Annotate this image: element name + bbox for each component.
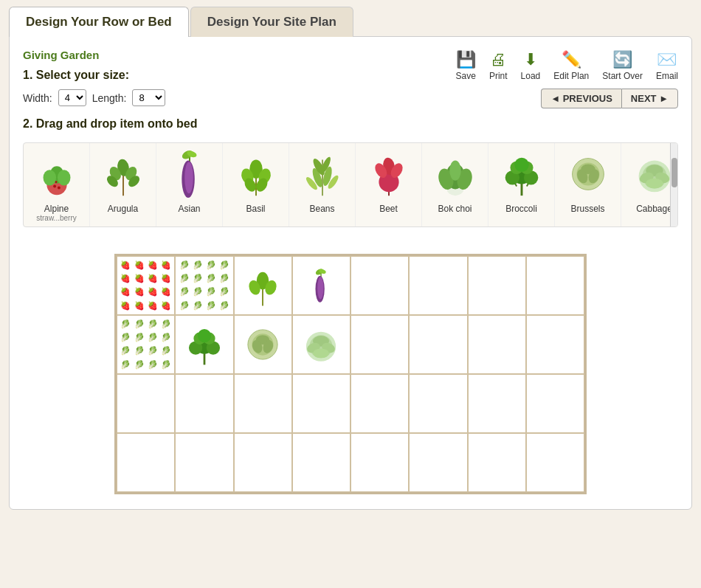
grid-cell-1-1[interactable] (175, 315, 233, 374)
grid-cell-0-5[interactable] (409, 256, 467, 315)
plant-item-broccoli[interactable]: Broccoli (488, 143, 555, 226)
plant-item-beet[interactable]: Beet (356, 143, 422, 226)
grid-cell-3-3[interactable] (292, 433, 350, 492)
grid-cell-1-0[interactable]: 🥬🥬🥬🥬 🥬🥬🥬🥬 🥬🥬🥬🥬 🥬🥬🥬🥬 (117, 315, 175, 374)
email-button[interactable]: ✉️ Email (656, 52, 678, 81)
grid-cell-0-7[interactable] (526, 256, 584, 315)
grid-cell-2-1[interactable] (175, 374, 233, 433)
grid-cell-1-6[interactable] (468, 315, 526, 374)
size-section-title: 1. Select your size: (23, 69, 215, 82)
tab-row-bed[interactable]: Design Your Row or Bed (9, 7, 189, 37)
plant-item-basil[interactable]: Basil (223, 143, 289, 226)
svg-point-49 (514, 157, 528, 171)
next-button[interactable]: NEXT ► (621, 89, 678, 108)
svg-point-97 (313, 348, 329, 358)
load-label: Load (521, 71, 541, 81)
grid-cell-3-2[interactable] (234, 433, 292, 492)
load-icon: ⬇ (524, 52, 537, 68)
grid-cell-0-6[interactable] (468, 256, 526, 315)
edit-plan-button[interactable]: ✏️ Edit Plan (553, 52, 589, 81)
tab-site-plan[interactable]: Design Your Site Plan (190, 7, 353, 37)
grid-cell-1-7[interactable] (526, 315, 584, 374)
grid-cell-1-4[interactable] (350, 315, 409, 374)
plant-item-asian[interactable]: Asian (156, 143, 223, 226)
grid-cell-0-2[interactable] (234, 256, 292, 315)
grid-cell-2-7[interactable] (526, 374, 584, 433)
grid-row-3 (117, 433, 584, 492)
start-over-icon: 🔄 (612, 52, 632, 68)
svg-point-5 (57, 186, 60, 189)
grid-cell-1-3[interactable] (292, 315, 350, 374)
right-panel: 💾 Save 🖨 Print ⬇ Load ✏️ Edit Plan (215, 49, 678, 108)
svg-point-60 (646, 179, 663, 189)
print-icon: 🖨 (490, 52, 506, 68)
grid-cell-0-4[interactable] (350, 256, 409, 315)
svg-point-17 (184, 162, 193, 193)
save-label: Save (456, 71, 476, 81)
grid-cell-2-2[interactable] (234, 374, 292, 433)
print-button[interactable]: 🖨 Print (489, 52, 508, 81)
plant-item-bok-choi[interactable]: Bok choi (422, 143, 488, 226)
length-label: Length: (92, 92, 127, 104)
width-label: Width: (23, 92, 52, 104)
load-button[interactable]: ⬇ Load (521, 52, 541, 81)
edit-plan-icon: ✏️ (562, 52, 581, 68)
nav-buttons: ◄ PREVIOUS NEXT ► (541, 89, 678, 108)
grid-cell-0-1[interactable]: 🥬🥬🥬🥬 🥬🥬🥬🥬 🥬🥬🥬🥬 🥬🥬🥬🥬 (175, 256, 233, 315)
grid-cell-1-5[interactable] (409, 315, 467, 374)
toolbar: 💾 Save 🖨 Print ⬇ Load ✏️ Edit Plan (456, 49, 678, 81)
plant-scrollbar[interactable] (670, 143, 677, 226)
plant-item-arugula[interactable]: Arugula (90, 143, 156, 226)
grid-cell-0-0[interactable]: 🍓🍓🍓🍓 🍓🍓🍓🍓 🍓🍓🍓🍓 🍓🍓🍓🍓 (117, 256, 175, 315)
print-label: Print (489, 71, 508, 81)
save-button[interactable]: 💾 Save (456, 52, 476, 81)
grid-row-1: 🥬🥬🥬🥬 🥬🥬🥬🥬 🥬🥬🥬🥬 🥬🥬🥬🥬 (117, 315, 584, 374)
edit-plan-label: Edit Plan (553, 71, 589, 81)
grid-cell-3-6[interactable] (468, 433, 526, 492)
tabs-container: Design Your Row or Bed Design Your Site … (9, 6, 692, 36)
start-over-label: Start Over (602, 71, 643, 81)
grid-cell-3-5[interactable] (409, 433, 467, 492)
plant-selector: Alpine straw...berry (23, 142, 678, 227)
top-area: Giving Garden 1. Select your size: Width… (23, 49, 678, 132)
grid-cell-2-0[interactable] (117, 374, 175, 433)
grid-cell-3-7[interactable] (526, 433, 584, 492)
drag-drop-title: 2. Drag and drop item onto bed (23, 117, 215, 132)
svg-point-2 (43, 170, 55, 185)
grid-cell-1-2[interactable] (234, 315, 292, 374)
previous-button[interactable]: ◄ PREVIOUS (541, 89, 621, 108)
grid-cell-3-1[interactable] (175, 433, 233, 492)
grid-cell-2-5[interactable] (409, 374, 467, 433)
width-select[interactable]: 4 6 8 (58, 89, 86, 106)
length-select[interactable]: 8 10 12 (132, 89, 165, 106)
plant-item-cabbage[interactable]: Cabbage (621, 143, 670, 226)
grid-row-0: 🍓🍓🍓🍓 🍓🍓🍓🍓 🍓🍓🍓🍓 🍓🍓🍓🍓 🥬🥬🥬🥬 🥬🥬🥬🥬 🥬� (117, 256, 584, 315)
subtitle: Giving Garden (23, 49, 215, 61)
grid-cell-0-3[interactable] (292, 256, 350, 315)
grid-cell-2-6[interactable] (468, 374, 526, 433)
svg-point-86 (198, 329, 211, 342)
grid-cell-3-0[interactable] (117, 433, 175, 492)
grid-row-2 (117, 374, 584, 433)
svg-point-79 (318, 277, 324, 299)
left-panel: Giving Garden 1. Select your size: Width… (23, 49, 215, 132)
size-controls: Width: 4 6 8 Length: 8 10 12 (23, 89, 215, 106)
plant-item-beans[interactable]: Beans (289, 143, 356, 226)
save-icon: 💾 (456, 52, 476, 68)
svg-point-3 (57, 170, 69, 185)
grid-cell-3-4[interactable] (350, 433, 409, 492)
email-icon: ✉️ (657, 52, 677, 68)
email-label: Email (656, 71, 678, 81)
grid-cell-2-3[interactable] (292, 374, 350, 433)
svg-point-6 (55, 181, 57, 183)
start-over-button[interactable]: 🔄 Start Over (602, 52, 643, 81)
plant-item-brussels[interactable]: Brussels (555, 143, 621, 226)
svg-point-4 (53, 184, 56, 187)
svg-point-40 (449, 160, 461, 180)
main-content: Giving Garden 1. Select your size: Width… (9, 36, 692, 510)
plant-item-alpine[interactable]: Alpine straw...berry (24, 143, 90, 226)
grid-cell-2-4[interactable] (350, 374, 409, 433)
garden-grid[interactable]: 🍓🍓🍓🍓 🍓🍓🍓🍓 🍓🍓🍓🍓 🍓🍓🍓🍓 🥬🥬🥬🥬 🥬🥬🥬🥬 🥬� (114, 254, 587, 494)
